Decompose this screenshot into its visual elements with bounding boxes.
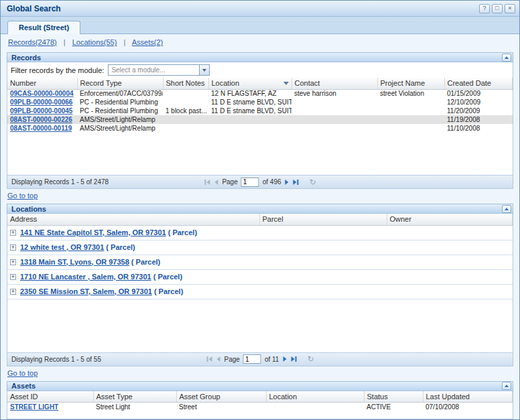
record-number-link[interactable]: 08AST-00000-00226 [10,116,72,123]
record-date-cell: 01/15/2009 [444,89,513,98]
chevron-down-icon[interactable] [199,65,209,75]
record-row[interactable]: 09PLB-00000-00066 PC - Residential Plumb… [7,98,513,107]
records-header-row: Number Record Type Short Notes Location … [7,78,513,89]
locations-section: Locations Address Parcel Owner [7,204,513,381]
go-to-top-link[interactable]: Go to top [7,192,38,200]
location-parcel-cell [259,255,387,269]
next-page-button[interactable] [282,356,287,362]
asset-last-updated-cell: 07/10/2008 [423,403,513,412]
col-address[interactable]: Address [7,214,259,225]
asset-location-cell [266,403,364,412]
col-asset-last-updated[interactable]: Last Updated [423,391,513,403]
locations-collapse-button[interactable] [502,205,511,213]
locations-count-link[interactable]: Locations(55) [72,38,117,46]
location-parcel-cell [259,284,387,299]
record-number-cell: 08AST-00000-00226 [7,115,77,124]
col-number[interactable]: Number [7,78,77,89]
asset-row[interactable]: STREET LIGHT Street Light Street ACTIVE … [7,403,513,412]
record-row-selected[interactable]: 08AST-00000-00226 AMS/Street/Light/Relam… [7,115,513,124]
first-page-button[interactable] [204,180,210,185]
col-location[interactable]: Location [208,78,291,89]
location-row[interactable]: 2350 SE Mission ST, Salem, OR 97301( Par… [7,284,513,299]
col-contact[interactable]: Contact [291,78,377,89]
collapse-up-icon [505,384,509,387]
record-number-link[interactable]: 09PLB-00000-00066 [10,98,72,106]
location-row[interactable]: 12 white test , OR 97301( Parcel) [7,240,513,255]
record-number-link[interactable]: 09CAS-00000-00004 [10,90,74,97]
page-of-label: of 496 [263,178,281,186]
record-contact-cell [291,107,377,115]
location-row[interactable]: 141 NE State Capitol ST, Salem, OR 97301… [7,225,513,240]
collapse-up-icon [505,208,509,210]
separator: | [123,38,125,46]
page-of-label: of 11 [265,356,279,363]
record-contact-cell: steve harrison [291,89,377,98]
maximize-button[interactable]: □ [492,4,503,13]
parcel-suffix: ( Parcel) [154,287,183,295]
prev-page-button[interactable] [214,180,218,185]
expand-plus-icon[interactable] [10,230,16,236]
parcel-suffix: ( Parcel) [131,258,160,266]
col-asset-location[interactable]: Location [266,391,364,403]
records-grid: Filter records by the module: Select a m… [7,62,513,189]
col-short-notes[interactable]: Short Notes [163,78,208,89]
refresh-icon[interactable]: ↻ [310,179,316,186]
record-location-cell [208,124,291,133]
records-count-link[interactable]: Records(2478) [8,38,57,46]
prev-page-button[interactable] [216,356,221,362]
col-asset-group[interactable]: Asset Group [176,391,266,403]
col-asset-id[interactable]: Asset ID [7,391,93,403]
help-button[interactable]: ? [479,4,490,13]
location-address-link[interactable]: 1318 Main ST, Lyons, OR 97358 [20,258,129,266]
close-button[interactable]: × [505,4,515,13]
record-short-notes-cell [163,115,208,124]
module-select[interactable]: Select a module... [108,64,210,76]
records-page-input[interactable] [241,178,259,187]
location-owner-cell [387,284,513,299]
asset-id-cell: STREET LIGHT [7,403,93,412]
asset-id-link[interactable]: STREET LIGHT [10,403,58,411]
locations-page-input[interactable] [243,354,261,364]
expand-plus-icon[interactable] [10,259,16,265]
expand-plus-icon[interactable] [10,274,16,280]
col-created-date[interactable]: Created Date [444,78,513,89]
expand-plus-icon[interactable] [10,289,16,295]
expand-plus-icon[interactable] [10,244,16,251]
location-address-link[interactable]: 12 white test , OR 97301 [20,243,104,251]
location-address-link[interactable]: 141 NE State Capitol ST, Salem, OR 97301 [20,228,166,236]
record-row[interactable]: 09CAS-00000-00004 Enforcement/07ACC/0379… [7,89,513,98]
record-row[interactable]: 08AST-00000-00119 AMS/Street/Light/Relam… [7,124,513,133]
record-row[interactable]: 09PLB-00000-00045 PC - Residential Plumb… [7,107,513,115]
record-location-cell [208,115,291,124]
col-asset-status[interactable]: Status [364,391,423,403]
location-address-link[interactable]: 2350 SE Mission ST, Salem, OR 97301 [20,287,152,295]
record-number-link[interactable]: 09PLB-00000-00045 [10,107,72,115]
record-number-link[interactable]: 08AST-00000-00119 [10,125,72,132]
col-parcel[interactable]: Parcel [259,214,387,225]
column-menu-icon[interactable] [283,82,289,85]
location-address-cell: 141 NE State Capitol ST, Salem, OR 97301… [7,225,259,240]
last-page-button[interactable] [293,180,300,185]
records-collapse-button[interactable] [502,54,511,62]
record-type-cell: PC - Residential Plumbing [77,107,163,115]
first-page-button[interactable] [206,356,213,362]
tab-result-street[interactable]: Result (Street) [7,21,80,34]
next-page-button[interactable] [285,180,289,185]
go-to-top-link[interactable]: Go to top [7,369,38,377]
assets-count-link[interactable]: Assets(2) [132,38,163,46]
assets-collapse-button[interactable] [502,382,511,390]
location-row[interactable]: 1318 Main ST, Lyons, OR 97358( Parcel) [7,255,513,269]
window-controls: ? □ × [479,4,515,13]
col-owner[interactable]: Owner [387,214,513,225]
location-row[interactable]: 1710 NE Lancaster , Salem, OR 97301( Par… [7,269,513,284]
col-project-name[interactable]: Project Name [377,78,444,89]
col-record-type[interactable]: Record Type [77,78,163,89]
refresh-icon[interactable]: ↻ [307,356,314,362]
locations-section-header: Locations [7,204,513,214]
col-asset-type[interactable]: Asset Type [93,391,176,403]
assets-section-header: Assets [7,381,513,391]
parcel-suffix: ( Parcel) [168,228,197,236]
location-address-link[interactable]: 1710 NE Lancaster , Salem, OR 97301 [20,273,151,281]
last-page-button[interactable] [290,356,297,362]
location-owner-cell [387,240,513,255]
